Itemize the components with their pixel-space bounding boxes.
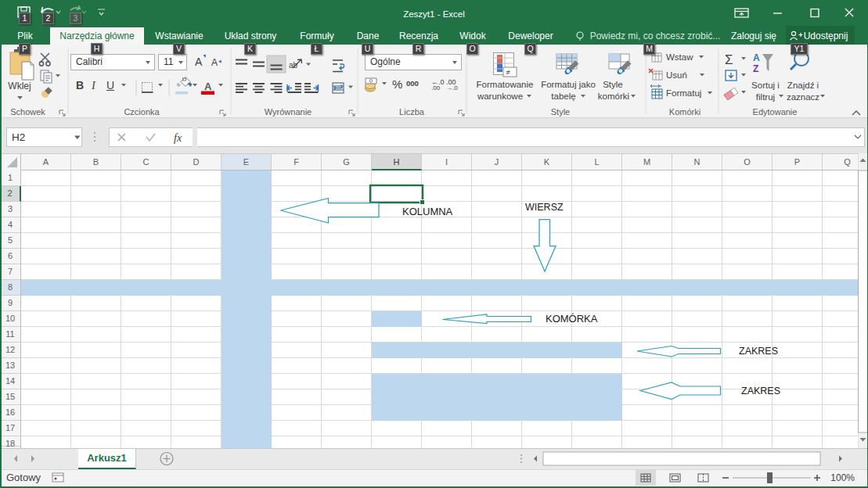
svg-text:→.0: →.0 [446,84,458,92]
svg-text:A: A [753,52,760,63]
svg-text:A: A [211,57,218,68]
svg-text:ab: ab [289,61,298,70]
svg-text:000: 000 [406,79,419,88]
svg-text:Z: Z [753,63,758,74]
svg-text:A: A [204,81,212,92]
svg-text:%: % [392,77,402,91]
svg-text:≠: ≠ [506,68,511,77]
svg-text:.00: .00 [431,84,441,92]
svg-text:A: A [195,56,203,68]
svg-text:Σ: Σ [725,52,733,67]
svg-text:fx: fx [174,132,182,144]
